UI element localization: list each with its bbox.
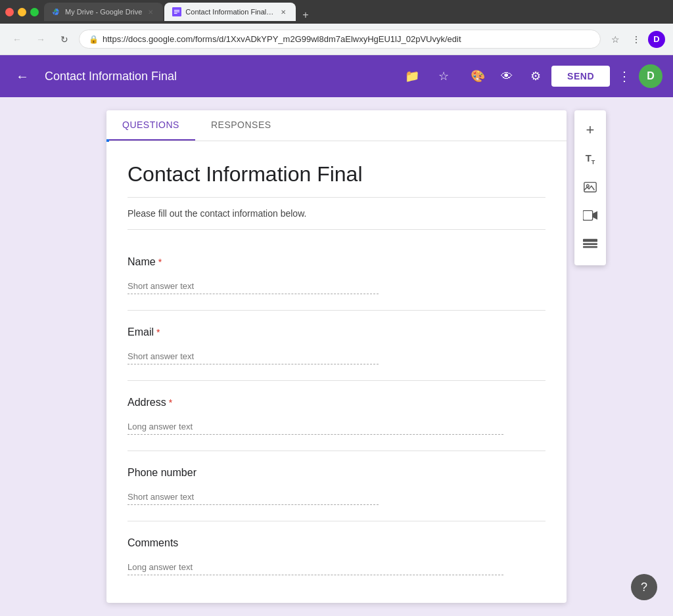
svg-rect-7 [583,238,597,242]
form-content: Contact Information Final Please fill ou… [106,141,567,603]
svg-rect-9 [583,246,597,248]
tab-questions[interactable]: QUESTIONS [106,110,195,141]
bookmark-button[interactable]: ☆ [606,30,624,49]
address-field-section: Address * [128,381,545,451]
window-controls [5,8,39,16]
comments-field-section: Comments [128,521,545,603]
name-field-section: Name * [128,240,545,311]
theme-palette-button[interactable]: 🎨 [465,63,491,89]
address-bar: ← → ↻ 🔒 https://docs.google.com/forms/d/… [0,24,673,55]
form-tabs: QUESTIONS RESPONSES [106,110,567,141]
user-avatar-small[interactable]: D [648,31,665,48]
menu-button[interactable]: ⋮ [627,30,645,49]
new-tab-button[interactable]: + [297,9,313,21]
back-button[interactable]: ← [8,30,26,49]
email-input[interactable] [128,349,379,364]
svg-rect-8 [583,243,597,245]
comments-input[interactable] [128,560,503,575]
form-title-header: Contact Information Final [45,70,391,83]
preview-button[interactable]: 👁 [494,63,520,89]
form-main-title: Contact Information Final [128,162,545,198]
form-container: QUESTIONS RESPONSES Contact Information … [106,110,567,603]
help-button[interactable]: ? [631,574,657,600]
url-bar[interactable]: 🔒 https://docs.google.com/forms/d/1XxvAD… [79,30,601,49]
minimize-button[interactable] [18,8,26,16]
tab-my-drive[interactable]: My Drive - Google Drive ✕ [44,3,163,21]
header-icons: 🎨 👁 ⚙ SEND ⋮ D [465,63,662,89]
right-toolbar: + TT [574,110,606,265]
help-icon: ? [641,581,647,594]
tab-bar: My Drive - Google Drive ✕ Contact Inform… [44,3,668,21]
comments-field-label: Comments [128,537,545,549]
email-field-section: Email * [128,311,545,381]
add-title-button[interactable]: TT [574,144,606,173]
forms-favicon [172,7,181,16]
close-button[interactable] [5,8,14,16]
tab-forms-label: Contact Information Final - Goo... [185,8,275,16]
address-field-label: Address * [128,397,545,408]
add-video-button[interactable] [574,202,606,231]
form-description: Please fill out the contact information … [128,208,545,230]
add-image-button[interactable] [574,173,606,202]
svg-rect-2 [174,11,179,12]
back-to-drive-button[interactable]: ← [11,64,34,88]
add-icon: + [586,121,595,139]
lock-icon: 🔒 [89,35,99,44]
text-icon: TT [586,152,595,165]
main-area: QUESTIONS RESPONSES Contact Information … [0,97,673,616]
tab-responses[interactable]: RESPONSES [195,110,287,141]
email-required-star: * [156,327,160,338]
url-text: https://docs.google.com/forms/d/1XxvADkY… [103,34,591,44]
address-input[interactable] [128,419,503,435]
phone-input[interactable] [128,489,379,505]
maximize-button[interactable] [30,8,39,16]
reload-button[interactable]: ↻ [55,30,74,49]
phone-field-section: Phone number [128,451,545,521]
address-required-star: * [169,397,172,408]
name-required-star: * [158,257,162,267]
phone-field-label: Phone number [128,467,545,479]
name-input[interactable] [128,278,379,294]
send-button[interactable]: SEND [551,66,610,87]
section-icon [583,238,597,253]
browser-window: My Drive - Google Drive ✕ Contact Inform… [0,0,673,616]
address-right: ☆ ⋮ D [606,30,665,49]
tab-forms-close[interactable]: ✕ [279,7,288,16]
video-icon [583,209,597,225]
svg-rect-6 [583,210,593,220]
user-avatar[interactable]: D [639,64,662,88]
forward-button[interactable]: → [32,30,50,49]
add-question-button[interactable]: + [574,116,606,144]
add-section-button[interactable] [574,231,606,260]
svg-rect-1 [174,10,179,11]
image-icon [583,180,597,196]
tab-drive-close[interactable]: ✕ [146,7,155,16]
svg-rect-3 [174,13,177,14]
more-options-button[interactable]: ⋮ [613,64,636,88]
move-to-folder-button[interactable]: 📁 [402,66,423,87]
settings-button[interactable]: ⚙ [522,63,549,89]
star-button[interactable]: ☆ [433,66,454,87]
email-field-label: Email * [128,326,545,338]
tab-forms[interactable]: Contact Information Final - Goo... ✕ [164,3,296,21]
title-bar: My Drive - Google Drive ✕ Contact Inform… [0,0,673,24]
name-field-label: Name * [128,256,545,268]
drive-favicon [52,7,61,16]
form-outer: QUESTIONS RESPONSES Contact Information … [106,110,567,603]
app-header: ← Contact Information Final 📁 ☆ 🎨 👁 ⚙ SE… [0,55,673,97]
tab-drive-label: My Drive - Google Drive [65,8,142,16]
